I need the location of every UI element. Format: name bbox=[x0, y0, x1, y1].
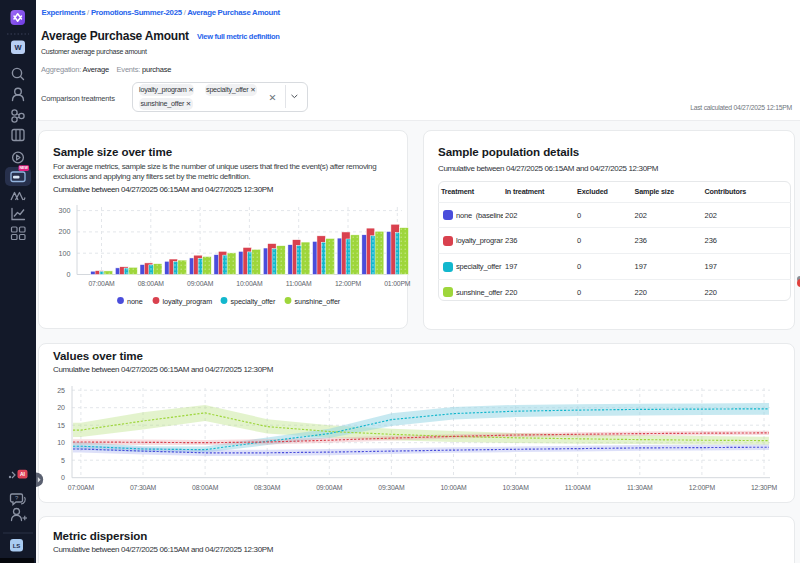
svg-text:NEW: NEW bbox=[20, 166, 29, 170]
svg-text:200: 200 bbox=[59, 227, 71, 236]
svg-text:12:00PM: 12:00PM bbox=[335, 280, 362, 287]
svg-text:?: ? bbox=[15, 495, 19, 501]
svg-text:none: none bbox=[127, 297, 143, 306]
svg-text:10:00AM: 10:00AM bbox=[440, 484, 467, 491]
svg-text:W: W bbox=[14, 43, 22, 52]
svg-text:11:00AM: 11:00AM bbox=[565, 484, 591, 491]
svg-text:15: 15 bbox=[57, 422, 65, 429]
svg-text:sunshine_offer: sunshine_offer bbox=[295, 297, 341, 306]
svg-text:AI: AI bbox=[20, 471, 26, 477]
svg-text:specialty_offer: specialty_offer bbox=[231, 297, 276, 306]
svg-text:10: 10 bbox=[57, 439, 65, 446]
svg-text:10:00AM: 10:00AM bbox=[236, 280, 263, 287]
svg-text:07:00AM: 07:00AM bbox=[68, 484, 95, 491]
svg-text:08:00AM: 08:00AM bbox=[192, 484, 219, 491]
svg-text:12:00PM: 12:00PM bbox=[689, 484, 716, 491]
svg-text:LS: LS bbox=[13, 543, 21, 549]
svg-text:300: 300 bbox=[59, 206, 71, 215]
svg-text:20: 20 bbox=[57, 404, 65, 411]
svg-text:09:00AM: 09:00AM bbox=[187, 280, 214, 287]
svg-text:25: 25 bbox=[57, 387, 65, 394]
svg-text:100: 100 bbox=[59, 249, 71, 258]
svg-text:01:00PM: 01:00PM bbox=[384, 280, 411, 287]
svg-text:07:30AM: 07:30AM bbox=[130, 484, 157, 491]
svg-text:08:00AM: 08:00AM bbox=[138, 280, 165, 287]
svg-text:09:30AM: 09:30AM bbox=[378, 484, 405, 491]
svg-text:11:00AM: 11:00AM bbox=[286, 280, 312, 287]
svg-text:10:30AM: 10:30AM bbox=[503, 484, 530, 491]
svg-text:08:30AM: 08:30AM bbox=[254, 484, 281, 491]
svg-text:11:30AM: 11:30AM bbox=[627, 484, 653, 491]
svg-text:0: 0 bbox=[61, 474, 65, 481]
svg-text:5: 5 bbox=[61, 457, 65, 464]
svg-text:12:30PM: 12:30PM bbox=[751, 484, 778, 491]
svg-text:0: 0 bbox=[67, 270, 71, 279]
svg-text:07:00AM: 07:00AM bbox=[88, 280, 115, 287]
svg-text:loyalty_program: loyalty_program bbox=[163, 297, 213, 306]
svg-text:09:00AM: 09:00AM bbox=[316, 484, 343, 491]
